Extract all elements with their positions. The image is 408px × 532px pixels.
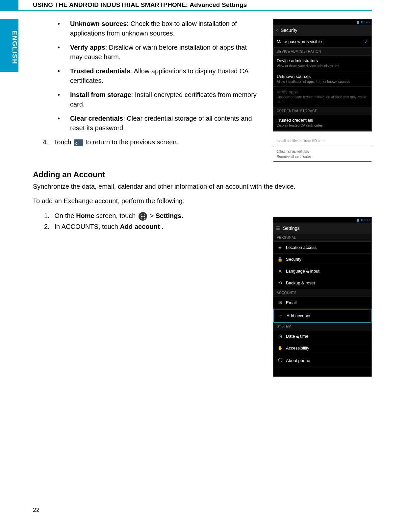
item-label: Accessibility [286,346,309,351]
settings-item[interactable]: ◈Location access [273,242,371,254]
setting-title: Device administrators [277,58,368,63]
bullet-item: Install from storage: Install encrypted … [58,90,260,109]
item-icon: ＋ [278,313,283,319]
settings-item[interactable]: ⓘAbout phone [273,354,371,367]
battery-icon: ▮ [357,20,359,24]
setting-row[interactable]: Install from SD cardInstall certificates… [273,131,371,146]
settings-item[interactable]: 🔒Security [273,254,371,265]
section-header: DEVICE ADMINISTRATION [273,48,371,56]
screenshot-settings-accounts: ▮ 10:50 ☰ Settings PERSONAL◈Location acc… [273,217,372,377]
item-label: Add account [287,313,310,318]
setting-subtitle: Disallow or warn before installation of … [277,95,368,104]
setting-row[interactable]: Device administratorsView or deactivate … [273,56,371,71]
apps-icon [139,212,147,221]
language-tab: ENGLISH [0,19,18,72]
setting-row[interactable]: Clear credentialsRemove all certificates [273,146,371,162]
setting-subtitle: View or deactivate device administrators [277,64,368,68]
step-text-pre: Touch [54,138,73,146]
setting-title: Install from SD card [277,133,368,138]
item-label: About phone [286,358,310,363]
section-header: PERSONAL [273,234,371,242]
setting-row[interactable]: Unknown sourcesAllow installation of app… [273,71,371,87]
screen-title-bar[interactable]: ☰ Settings [273,223,371,234]
section-heading-adding-account: Adding an Account [33,170,372,179]
item-icon: 🔒 [277,257,283,262]
setting-title: Make passwords visible [277,39,322,44]
bold-add-account: Add account [120,223,160,230]
item-icon: ◷ [277,334,283,339]
section-intro: Synchronize the data, email, calendar an… [33,182,372,191]
setting-row[interactable]: Trusted credentialsDisplay trusted CA ce… [273,115,371,131]
battery-icon: ▮ [357,218,359,222]
setting-title: Verify apps [277,89,368,94]
screen-title: Security [281,28,297,33]
back-icon [74,139,83,146]
setting-subtitle: Allow installation of apps from unknown … [277,80,368,84]
item-label: Security [286,257,301,262]
status-bar: ▮ 10:50 [273,217,371,223]
status-bar: ▮ 10:26 [273,19,371,25]
setting-title: Unknown sources [277,74,368,79]
bullet-term: Verify apps [70,44,105,51]
step-number: 4. [43,137,52,147]
setting-row[interactable]: Verify appsDisallow or warn before insta… [273,87,371,107]
item-label: Date & time [286,334,308,339]
section-lead: To add an Exchange account, perform the … [33,196,372,206]
bullet-item: Trusted credentials: Allow applications … [58,66,260,85]
settings-item[interactable]: ALanguage & input [273,265,371,277]
setting-title: Trusted credentials [277,118,368,123]
item-icon: ⓘ [277,357,283,363]
item-icon: ◈ [277,245,283,250]
section-header: CREDENTIAL STORAGE [273,107,371,115]
screen-title-bar[interactable]: ‹ Security [273,25,371,36]
clock: 10:50 [360,218,370,222]
bold-home: Home [76,212,94,219]
setting-subtitle: Display trusted CA certificates [277,123,368,128]
bullet-term: Clear credentials [70,115,123,122]
text: In ACCOUNTS, touch [55,223,120,230]
text: screen, touch [96,212,138,219]
setting-subtitle: Remove all certificates [277,155,368,159]
security-options-list: Unknown sources: Check the box to allow … [58,19,260,133]
back-chevron-icon[interactable]: ‹ [276,27,278,34]
item-label: Language & input [286,269,319,274]
page-number: 22 [33,507,39,514]
settings-item[interactable]: ⟲Backup & reset [273,277,371,289]
screenshot-security-settings: ▮ 10:26 ‹ Security Make passwords visibl… [273,19,372,132]
settings-item[interactable]: ✋Accessibility [273,342,371,354]
step-text-post: to return to the previous screen. [86,138,178,146]
settings-item[interactable]: ✉Email [273,297,371,309]
bold-settings: Settings. [156,212,183,219]
bullet-term: Install from storage [70,91,131,98]
page-header: USING THE ANDROID INDUSTRIAL SMARTPHONE:… [33,1,247,9]
item-label: Backup & reset [286,280,315,285]
section-header: ACCOUNTS [273,289,371,297]
item-icon: ⟲ [277,280,283,285]
clock: 10:26 [360,20,370,24]
bullet-term: Trusted credentials [70,67,130,75]
bullet-term: Unknown sources [70,20,127,27]
item-icon: ✉ [277,300,283,305]
settings-icon: ☰ [276,226,280,231]
checkbox-checked-icon[interactable]: ✓ [364,38,368,45]
settings-item[interactable]: ◷Date & time [273,330,371,342]
gt: > [150,212,156,219]
screen-title: Settings [283,226,300,231]
header-accent [0,0,18,10]
text: . [162,223,164,230]
settings-item[interactable]: ＋Add account [273,309,371,323]
section-header: SYSTEM [273,323,371,330]
item-label: Email [286,300,297,305]
text: On the [55,212,76,219]
step-number: 2. [44,222,53,232]
bullet-item: Verify apps: Disallow or warn before ins… [58,43,260,62]
bullet-item: Clear credentials: Clear credential stor… [58,114,260,133]
setting-title: Clear credentials [277,149,368,154]
bullet-item: Unknown sources: Check the box to allow … [58,19,260,38]
header-rule [0,10,372,11]
setting-row[interactable]: Make passwords visible✓ [273,36,371,48]
step-number: 1. [44,211,53,221]
item-icon: ✋ [277,346,283,351]
setting-subtitle: Install certificates from SD card [277,139,368,143]
item-icon: A [277,269,283,274]
